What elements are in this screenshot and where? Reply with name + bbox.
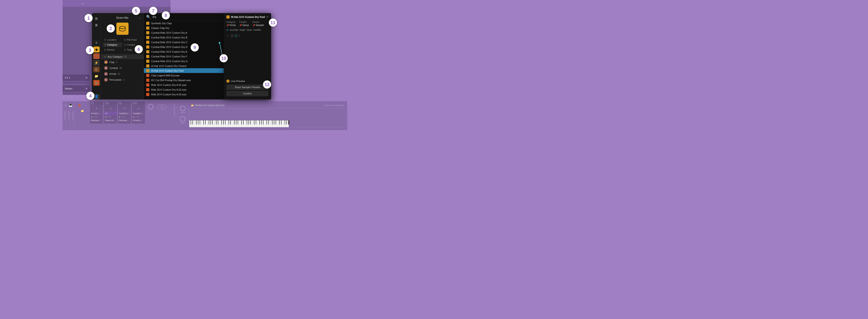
folder-icon[interactable]: 📁 — [93, 73, 100, 79]
drum-category-icon[interactable]: ◉ — [93, 46, 100, 53]
add-track-button[interactable]: + — [82, 2, 84, 5]
callout-2: 2 — [106, 24, 115, 33]
drum-cell-dsharp2[interactable]: D#2 + Cymbal A... ▶SM Hi-Hat A... — [132, 101, 145, 124]
grid-alt-icon[interactable]: ▣ — [93, 22, 100, 28]
svg-rect-17 — [206, 120, 208, 127]
track-label: Master — [65, 87, 72, 90]
drum-pads: C2 + Hi-Hat A... ▶SM Percussi... C#2 + A… — [90, 101, 145, 124]
show-sampler-presets-button[interactable]: Show Sampler Presets — [226, 85, 269, 90]
grid-view-icon[interactable]: ▦ — [93, 15, 100, 21]
result-label: Cymbal Ride 20 K Custom Dry A — [151, 31, 187, 34]
drum-cell-csharp2[interactable]: C#2 + A1 ▶SM Snare AS... — [104, 101, 117, 124]
category-list: ✻ Any Category 65 👏Clap3 ◉Cymbal35 ◐Hi-h… — [101, 54, 144, 83]
tag-icon: 🏷 — [226, 29, 229, 31]
svg-rect-29 — [218, 120, 220, 127]
waveform-category-icon[interactable]: ✻ — [93, 40, 100, 46]
svg-rect-84 — [276, 120, 278, 127]
preset-icon — [146, 60, 149, 63]
gain-knob[interactable] — [148, 104, 153, 109]
sampler-panel: PROJECT ASM KIT 1 ASM Kit 1 ♔ 🎹 📁 C2 + H… — [63, 101, 347, 130]
result-label: Cymbal Ride 20 K Custom Dry G — [151, 60, 188, 63]
folder-icon[interactable]: 📁 — [81, 109, 84, 113]
preset-icon — [146, 55, 149, 58]
packages-icon[interactable]: ▦ — [93, 80, 100, 86]
folder-icon: 📁 — [191, 104, 194, 107]
waveform-file-icon — [146, 88, 149, 91]
any-category[interactable]: ✻ Any Category 65 — [101, 54, 144, 59]
synth-category-icon[interactable]: 〰 — [93, 53, 100, 59]
plug-category-icon[interactable]: ⚡ — [93, 60, 100, 66]
power-icon[interactable] — [79, 104, 81, 107]
drum-cell-d2[interactable]: D2 + Cymbal A... ▶SM Percussi... — [118, 101, 131, 124]
fx-button[interactable]: FX — [157, 105, 166, 109]
category-clap[interactable]: 👏Clap3 — [101, 59, 144, 65]
result-label: Ride 20 K Custom Dry A 03.wav — [151, 93, 187, 96]
drum-large-icon — [116, 23, 129, 35]
callout-10: 10 — [220, 54, 228, 62]
result-label: Cymbal Ride 20 K Custom Dry B — [151, 36, 187, 39]
favorite-icon[interactable]: ☆ — [138, 16, 142, 20]
category-cymbal[interactable]: ◉Cymbal35 — [101, 65, 144, 71]
filter-device[interactable]: ✻Device — [103, 47, 122, 52]
svg-rect-72 — [264, 120, 265, 127]
crown-icon[interactable]: ♔ — [64, 104, 67, 107]
preset-icon — [146, 64, 149, 68]
preset-icon — [146, 22, 149, 25]
list-icon[interactable]: ≡ — [67, 96, 69, 99]
result-label: Ride 20 K Custom Dry A 01.wav — [151, 84, 187, 86]
swap-icon[interactable]: ⇄ — [63, 96, 65, 99]
svg-rect-95 — [288, 120, 289, 125]
preset-icon — [226, 15, 229, 19]
refresh-icon[interactable]: ↻ — [71, 96, 73, 99]
filter-location[interactable]: ✻Location — [103, 37, 122, 42]
filter-filekind[interactable]: ✻File Kind — [123, 37, 142, 42]
zone-parameters-label: ZONE PARAMETERS — [324, 104, 344, 107]
svg-rect-5 — [193, 120, 195, 127]
sample-vertical-label: at 14 K Custom ... — [173, 103, 176, 118]
confirm-button[interactable]: Confirm — [226, 91, 269, 96]
svg-rect-77 — [269, 120, 271, 127]
svg-rect-24 — [213, 120, 215, 127]
result-label: Cymbal Ride 20 K Custom Dry D — [151, 45, 188, 49]
color-ring-2[interactable] — [235, 34, 238, 37]
callout-6: 6 — [135, 45, 143, 53]
drum-cell-c2[interactable]: C2 + Hi-Hat A... ▶SM Percussi... — [90, 101, 103, 124]
star-rating-icon[interactable]: ☆ — [226, 34, 229, 37]
filter-category[interactable]: ✻Category — [103, 42, 122, 47]
waveform-view[interactable] — [189, 108, 346, 127]
track-indicator — [86, 77, 87, 78]
callout-4: 4 — [86, 92, 94, 100]
add-color-icon[interactable]: + — [239, 34, 240, 37]
category-hihat[interactable]: ◐Hi-hat26 — [101, 71, 144, 77]
svg-rect-12 — [200, 120, 202, 127]
waveform-file-icon — [146, 83, 149, 87]
category-percussion[interactable]: ◍Percussion1 — [101, 77, 144, 83]
modulator-icon[interactable]: ◐ — [93, 67, 100, 72]
color-ring-1[interactable] — [231, 34, 234, 37]
svg-rect-65 — [256, 120, 258, 127]
tracks-panel: FX 1 Master — [63, 74, 90, 94]
track-master[interactable]: Master — [63, 86, 90, 92]
pitch-knob[interactable] — [180, 116, 185, 122]
preset-icon — [146, 50, 149, 53]
info-metadata: Category📌Hi-hat Creator📌Genys Device📌Sam… — [226, 21, 269, 26]
callout-7: 7 — [149, 7, 157, 15]
preset-icon — [146, 41, 149, 44]
svg-rect-60 — [251, 120, 253, 127]
waveform-file-icon — [146, 74, 149, 77]
preset-icon — [146, 31, 149, 34]
live-preview-toggle[interactable]: ✓ Live Preview — [226, 79, 269, 83]
piano-icon[interactable]: 🎹 — [69, 104, 72, 107]
svg-rect-36 — [225, 120, 227, 127]
info-close-icon[interactable]: ✕ — [267, 15, 269, 19]
callout-12: 12 — [263, 81, 271, 89]
color-swatches[interactable]: ☆ + — [226, 34, 269, 37]
result-label: Classic Clap Dry — [151, 27, 169, 29]
callout-5: 5 — [132, 7, 140, 15]
result-label: Cymbal Ride 20 K Custom Dry F — [151, 55, 187, 58]
select-knob[interactable] — [180, 106, 185, 111]
check-icon: ✓ — [226, 79, 229, 83]
svg-rect-48 — [238, 120, 240, 127]
close-icon[interactable]: ✕ — [75, 96, 78, 99]
track-fx1[interactable]: FX 1 — [63, 74, 90, 81]
